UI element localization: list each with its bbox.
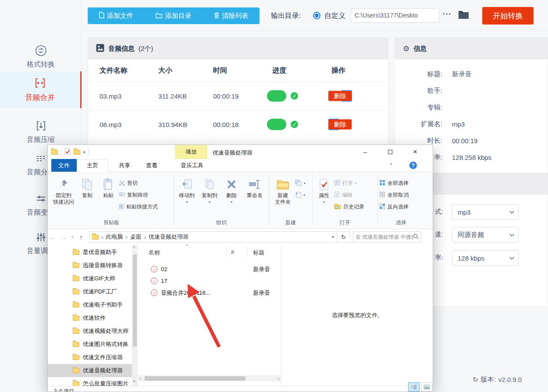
tree-item[interactable]: 优速图片格式转换	[48, 338, 132, 351]
properties-button[interactable]: 属性▾	[314, 173, 334, 205]
scroll-thumb[interactable]	[133, 254, 137, 346]
forward-icon[interactable]: →	[58, 233, 69, 241]
start-convert-button[interactable]: 开始转换	[482, 7, 534, 25]
breadcrumb[interactable]: › 此电脑 › 桌面 › 优速音频处理器 ▾	[89, 231, 337, 243]
tree-item[interactable]: 星优音频助手	[48, 246, 132, 259]
contextual-tab-play[interactable]: 播放	[175, 145, 207, 159]
tree-item[interactable]: 优速文件压缩器	[48, 351, 132, 364]
tree-item-selected[interactable]: 优速音频处理器	[48, 364, 132, 377]
channel-select[interactable]: 同源音频	[452, 227, 519, 243]
minimize-button[interactable]: –	[355, 145, 376, 159]
format-select[interactable]: mp3	[452, 204, 519, 220]
crumb-desktop[interactable]: 桌面	[130, 233, 142, 241]
tree-item[interactable]: 怎么批量压缩图片	[48, 377, 132, 386]
recent-locations-icon[interactable]: ▾	[69, 235, 76, 239]
rename-button[interactable]: 重命名	[242, 173, 267, 199]
col-title[interactable]: 标题	[253, 249, 264, 257]
sidebar-item-format-convert[interactable]: 格式转换	[0, 40, 82, 74]
tree-scrollbar[interactable]: ^ v	[132, 245, 138, 386]
dropdown-arrow-icon: ▾	[209, 199, 210, 205]
tree-item[interactable]: 优速GIF大师	[48, 272, 132, 285]
maximize-button[interactable]	[380, 145, 401, 159]
tab-home[interactable]: 主页	[77, 159, 108, 172]
move-to-button[interactable]: 移动到▾	[175, 173, 198, 205]
item-count: 3 个项目	[54, 388, 74, 392]
crumb-current[interactable]: 优速音频处理器	[149, 233, 189, 241]
horizontal-scrollbar[interactable]: ‹ ›	[138, 375, 281, 381]
copy-to-button[interactable]: 复制到▾	[198, 173, 221, 205]
scroll-left-icon[interactable]: ‹	[139, 376, 141, 381]
pin-to-quick-access-button[interactable]: 固定到 快速访问	[50, 173, 77, 205]
clear-list-button[interactable]: 清除列表	[214, 12, 248, 20]
tab-view[interactable]: 查看	[138, 159, 165, 172]
add-directory-button[interactable]: 添加目录	[156, 12, 191, 20]
tree-item[interactable]: 优速电子书助手	[48, 298, 132, 311]
file-size: 310.94KB	[158, 121, 187, 128]
col-number[interactable]: #	[231, 249, 234, 255]
scroll-up-icon[interactable]: ^	[133, 246, 135, 250]
new-folder-shortcut-icon[interactable]	[74, 150, 80, 155]
bitrate-select[interactable]: 128 kbps	[452, 250, 519, 266]
scroll-right-icon[interactable]: ›	[278, 376, 279, 381]
easy-access-button[interactable]: ▾	[295, 189, 311, 201]
address-dropdown-icon[interactable]: ▾	[332, 235, 334, 239]
tab-music-tools[interactable]: 音乐工具	[172, 159, 212, 172]
column-divider[interactable]	[226, 246, 227, 257]
tree-item[interactable]: 优速软件	[48, 311, 132, 325]
sidebar-item-audio-compress[interactable]: 音频压缩	[0, 116, 82, 149]
copy-button[interactable]: 复制	[77, 173, 98, 199]
thumbnail-view-button[interactable]	[421, 382, 432, 392]
edit-button[interactable]: 编辑	[334, 189, 376, 201]
copy-path-button[interactable]: 复制路径	[119, 189, 172, 201]
new-folder-button[interactable]: 新建 文件夹	[270, 173, 295, 205]
up-icon[interactable]: ↑	[76, 233, 86, 241]
column-divider[interactable]	[247, 246, 248, 257]
history-button[interactable]: 历史记录	[334, 201, 376, 213]
properties-shortcut-icon[interactable]	[64, 148, 71, 156]
add-file-button[interactable]: 添加文件	[99, 12, 133, 20]
select-none-button[interactable]: 全部取消	[379, 189, 423, 201]
cut-button[interactable]: 剪切	[119, 177, 172, 189]
invert-selection-button[interactable]: 反向选择	[379, 201, 423, 213]
help-icon[interactable]: ?	[409, 162, 417, 169]
output-path-input[interactable]: C:\Users\31177\Deskto	[351, 8, 439, 23]
col-name[interactable]: 名称	[149, 249, 160, 257]
tree-item[interactable]: 迅捷音频转换器	[48, 259, 132, 272]
details-view-button[interactable]	[408, 382, 420, 392]
ribbon-group-new: 新建 文件夹 ▾ ▾ 新建	[270, 173, 311, 229]
select-value: 128 kbps	[458, 254, 484, 262]
search-input[interactable]: 在 优速音频处理器 中搜索	[353, 231, 421, 243]
address-bar: ← → ▾ ↑ › 此电脑 › 桌面 › 优速音频处理器 ▾ ↻ 在 优速音频处…	[48, 229, 433, 245]
tree-item[interactable]: 优速视频处理大师	[48, 325, 132, 338]
file-row[interactable]: ♪ 音频合并2026116... 新录音	[138, 287, 281, 299]
delete-button[interactable]: 删除▾	[221, 173, 242, 205]
collapse-ribbon-icon[interactable]: ⌃	[389, 162, 393, 169]
progress-bar	[267, 119, 286, 130]
qat-dropdown-icon[interactable]: ▾	[83, 150, 85, 154]
scroll-down-icon[interactable]: v	[133, 379, 135, 383]
tab-file[interactable]: 文件	[51, 159, 77, 172]
open-button[interactable]: 打开▾	[334, 177, 376, 189]
refresh-button[interactable]: ↻	[337, 231, 350, 243]
paste-shortcut-button[interactable]: 粘贴快捷方式	[119, 201, 172, 213]
browse-more-button[interactable]: ···	[443, 10, 452, 18]
tree-item[interactable]: 优速PDF工厂	[48, 285, 132, 298]
ribbon-separator	[312, 173, 313, 225]
back-icon[interactable]: ←	[48, 233, 58, 241]
scroll-thumb[interactable]	[145, 376, 246, 381]
open-folder-icon[interactable]	[458, 10, 470, 21]
sidebar-item-audio-merge[interactable]: 音频合并	[0, 71, 82, 108]
custom-radio[interactable]	[313, 12, 320, 19]
paste-button[interactable]: 粘贴	[98, 173, 119, 199]
file-row[interactable]: ♪ 17	[138, 275, 281, 287]
delete-row-button[interactable]: 删除	[328, 91, 352, 101]
tab-share[interactable]: 共享	[111, 159, 138, 172]
crumb-this-pc[interactable]: 此电脑	[106, 233, 123, 241]
explorer-titlebar[interactable]: ▾ 播放 优速音频处理器 – ×	[48, 145, 433, 159]
file-row[interactable]: ♪ 02 新录音	[138, 263, 281, 275]
delete-row-button[interactable]: 删除	[328, 120, 352, 130]
new-item-button[interactable]: ▾	[295, 177, 311, 189]
refresh-icon[interactable]: ↻	[473, 376, 478, 384]
select-all-button[interactable]: 全部选择	[379, 177, 423, 189]
close-button[interactable]: ×	[405, 145, 426, 159]
